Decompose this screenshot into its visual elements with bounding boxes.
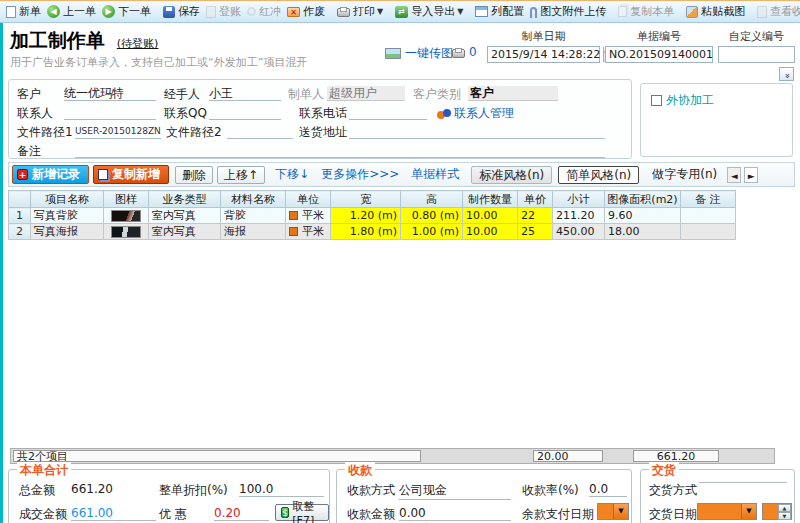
col-qty[interactable]: 制作数量 <box>463 191 518 208</box>
discount-percent-input[interactable]: 100.0 <box>239 482 324 497</box>
file-path1-input[interactable]: USER-20150128ZN:C:\ <box>75 124 161 139</box>
contact-input[interactable] <box>64 105 156 120</box>
cell-business[interactable]: 室内写真 <box>149 224 221 240</box>
copy-add-button[interactable]: 复制新增 <box>93 165 169 184</box>
cell-qty[interactable]: 10.00 <box>463 224 518 240</box>
cell-image[interactable] <box>104 208 149 224</box>
col-image[interactable]: 图样 <box>104 191 149 208</box>
tab-word-style[interactable]: 做字专用(n) <box>645 166 724 184</box>
tab-scroll-left-button[interactable]: ◄ <box>727 167 741 183</box>
paste-screenshot-button[interactable]: 粘贴截图 <box>684 3 747 20</box>
cell-unit[interactable]: 平米 <box>286 224 331 240</box>
table-row[interactable]: 2 写真海报 室内写真 海报 平米 1.80 (m) 1.00 (m) 10.0… <box>9 224 736 240</box>
note-input[interactable] <box>75 143 605 158</box>
deal-amount-input[interactable]: 661.00 <box>71 506 156 521</box>
cell-image[interactable] <box>104 224 149 240</box>
chevron-down-icon[interactable]: ▼ <box>741 504 756 519</box>
file-path2-input[interactable] <box>227 124 293 139</box>
dropdown-arrow-icon: ▼ <box>457 7 463 16</box>
col-unit[interactable]: 单位 <box>286 191 331 208</box>
balance-date-dropdown[interactable]: ▼ <box>597 503 629 520</box>
handler-input[interactable]: 小王 <box>209 86 281 101</box>
cell-height[interactable]: 1.00 (m) <box>401 224 463 240</box>
phone-input[interactable] <box>349 105 427 120</box>
col-note[interactable]: 备 注 <box>681 191 736 208</box>
chevron-down-icon[interactable]: ▼ <box>613 504 628 519</box>
attachment-upload-button[interactable]: 图文附件上传 <box>528 3 608 20</box>
cell-name[interactable]: 写真海报 <box>31 224 104 240</box>
round-off-button[interactable]: 取整[F7] <box>275 504 329 521</box>
spinner-buttons[interactable]: ▲▼ <box>778 504 791 519</box>
custom-number-input[interactable] <box>718 46 795 63</box>
new-order-button[interactable]: 新单 <box>4 3 43 20</box>
print-count[interactable]: 0 <box>452 45 477 59</box>
cell-note[interactable] <box>681 224 736 240</box>
cell-unit[interactable]: 平米 <box>286 208 331 224</box>
checkbox-icon[interactable] <box>651 95 662 106</box>
payment-amount-input[interactable]: 0.00 <box>399 506 511 521</box>
col-name[interactable]: 项目名称 <box>31 191 104 208</box>
order-number-input[interactable]: NO.201509140001 <box>605 46 713 63</box>
view-payment-process-button: 查看收款过程 <box>755 3 800 20</box>
cell-height[interactable]: 0.80 (m) <box>401 208 463 224</box>
spin-down-icon[interactable]: ▼ <box>778 512 791 520</box>
col-height[interactable]: 高 <box>401 191 463 208</box>
col-material[interactable]: 材料名称 <box>221 191 286 208</box>
outsource-option[interactable]: 外协加工 <box>651 92 714 109</box>
cell-material[interactable]: 海报 <box>221 224 286 240</box>
order-date-label: 制单日期 <box>487 29 600 44</box>
delivery-time-spinner[interactable]: ▲▼ <box>762 503 792 520</box>
col-width[interactable]: 宽 <box>331 191 401 208</box>
preferential-input[interactable]: 0.20 <box>214 506 269 521</box>
save-button[interactable]: 保存 <box>161 3 202 20</box>
item-count-box: 共2个项目 <box>13 450 421 462</box>
move-up-button[interactable]: 上移↑ <box>217 166 265 184</box>
cell-price[interactable]: 25 <box>518 224 553 240</box>
cell-material[interactable]: 背胶 <box>221 208 286 224</box>
delivery-address-input[interactable] <box>349 124 605 139</box>
import-export-icon <box>395 6 408 18</box>
printer-icon <box>337 8 350 17</box>
print-button[interactable]: 打印▼ <box>335 3 385 20</box>
one-click-transfer-link[interactable]: 一键传图 <box>385 45 453 62</box>
collapse-panel-button[interactable]: « <box>779 67 794 81</box>
delivery-method-input[interactable] <box>699 482 787 483</box>
delivery-panel: 交货 交货方式 交货日期 ▼ ▲▼ <box>640 469 795 523</box>
customer-input[interactable]: 统一优玛特 <box>64 86 156 101</box>
cell-business[interactable]: 室内写真 <box>149 208 221 224</box>
import-export-button[interactable]: 导入导出▼ <box>393 3 465 20</box>
qq-input[interactable] <box>209 105 281 120</box>
table-row[interactable]: 1 写真背胶 室内写真 背胶 平米 1.20 (m) 0.80 (m) 10.0… <box>9 208 736 224</box>
cell-width[interactable]: 1.80 (m) <box>331 224 401 240</box>
col-subtotal[interactable]: 小计 <box>553 191 605 208</box>
contact-management-link[interactable]: 联系人管理 <box>437 105 514 122</box>
item-thumbnail-image[interactable] <box>111 226 141 238</box>
column-config-button[interactable]: 列配置 <box>473 3 526 20</box>
item-thumbnail-image[interactable] <box>111 210 141 222</box>
payment-rate-input[interactable]: 0.0 <box>589 482 627 497</box>
cell-price[interactable]: 22 <box>518 208 553 224</box>
cell-width[interactable]: 1.20 (m) <box>331 208 401 224</box>
tab-standard-style[interactable]: 标准风格(n) <box>471 166 552 184</box>
next-order-button[interactable]: 下一单 <box>100 3 153 20</box>
items-table: 项目名称 图样 业务类型 材料名称 单位 宽 高 制作数量 单价 小计 图像面积… <box>8 190 736 240</box>
add-record-button[interactable]: 新增记录 <box>12 165 89 184</box>
col-business[interactable]: 业务类型 <box>149 191 221 208</box>
col-area[interactable]: 图像面积(m2) <box>605 191 681 208</box>
void-button[interactable]: 作废 <box>285 3 327 20</box>
col-price[interactable]: 单价 <box>518 191 553 208</box>
cell-qty[interactable]: 10.00 <box>463 208 518 224</box>
prev-order-button[interactable]: 上一单 <box>45 3 98 20</box>
cell-note[interactable] <box>681 208 736 224</box>
payment-method-input[interactable]: 公司现金 <box>399 482 511 500</box>
delivery-date-dropdown[interactable]: ▼ <box>697 503 757 520</box>
more-operations-link[interactable]: 更多操作>>> <box>321 166 399 183</box>
spin-up-icon[interactable]: ▲ <box>778 504 791 512</box>
tab-simple-style[interactable]: 简单风格(n) <box>558 166 639 184</box>
tab-scroll-right-button[interactable]: ► <box>744 167 758 183</box>
unit-text: 平米 <box>302 209 324 222</box>
order-date-combo[interactable]: 2015/9/14 14:28:22 ▼ <box>487 46 600 63</box>
cell-name[interactable]: 写真背胶 <box>31 208 104 224</box>
move-down-link[interactable]: 下移↓ <box>275 166 309 183</box>
delete-row-button[interactable]: 删除 <box>175 166 213 184</box>
